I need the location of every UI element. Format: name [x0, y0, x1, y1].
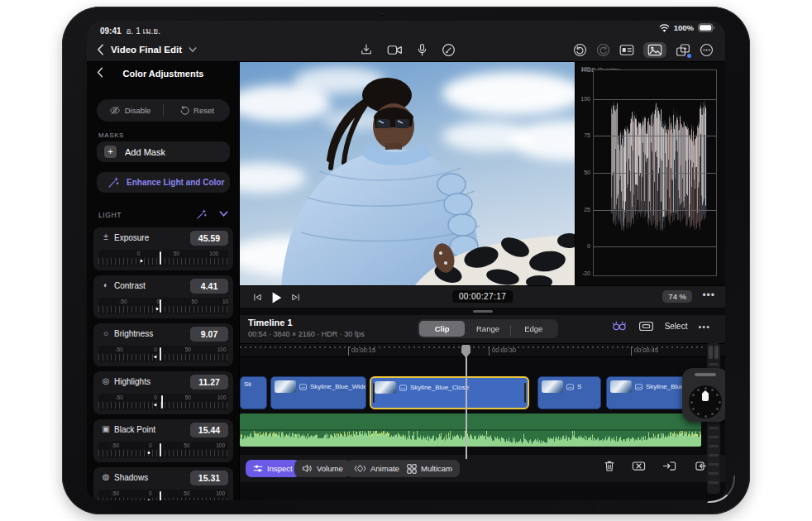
title-chevron-down-icon[interactable]	[189, 46, 197, 53]
clip-skyline-blue-wide[interactable]: Skyline_Blue_Wide	[270, 376, 366, 409]
slider-value[interactable]: 9.07	[190, 327, 228, 342]
effects-badge	[687, 54, 691, 58]
jog-wheel-panel[interactable]	[682, 368, 725, 422]
clip-overlay-icon[interactable]	[638, 320, 654, 332]
slider-value[interactable]: 15.44	[190, 423, 228, 437]
shadows-slider: ◍ Shadows 15.31 -50 0 50 100	[93, 467, 233, 500]
inspect-button[interactable]: Inspect	[246, 460, 300, 477]
timeline-drag-handle[interactable]	[473, 310, 493, 313]
slider-ruler[interactable]: -50 0 50 100	[98, 442, 228, 458]
slider-value[interactable]: 15.31	[190, 471, 228, 485]
playhead-line[interactable]	[466, 346, 467, 459]
viewer-more-icon[interactable]: •••	[702, 289, 715, 301]
audio-waveform-track[interactable]	[240, 413, 701, 447]
multicam-label: Multicam	[421, 464, 452, 473]
tick-label: 100	[216, 490, 225, 496]
jog-dial[interactable]	[689, 385, 722, 418]
status-bar: 09:41 อ. 1 เม.ย. 100%	[87, 21, 725, 37]
jog-grip-handle[interactable]	[695, 373, 716, 376]
slider-ruler[interactable]: -50 0 50 100	[98, 490, 228, 500]
multicam-button[interactable]: Multicam	[399, 460, 460, 477]
ruler-label: 00:00:15	[351, 347, 375, 354]
tick-label: 0	[137, 251, 141, 256]
clip-name: S	[577, 383, 581, 390]
timecode-display: 00:00:27:17	[452, 290, 513, 303]
trim-tools-icon[interactable]	[611, 320, 628, 332]
scope-waveform-canvas	[593, 69, 717, 276]
scope-y-label: 0	[576, 243, 590, 249]
exposure-slider: ± Exposure 45.59 0 50 100	[93, 227, 233, 270]
video-camera-icon[interactable]	[387, 44, 403, 56]
masks-header: MASKS	[98, 131, 124, 139]
timeline-header: Timeline 1 00:54 · 3840 × 2160 · HDR · 3…	[240, 315, 725, 343]
mode-edge[interactable]: Edge	[511, 321, 556, 337]
scope-y-label: 100	[576, 96, 590, 102]
panel-header: Color Adjustments	[87, 67, 240, 80]
mode-clip[interactable]: Clip	[419, 321, 465, 337]
animate-button[interactable]: Animate	[346, 460, 407, 477]
black-point-icon: ▣	[101, 424, 111, 433]
redo-icon[interactable]	[596, 43, 610, 57]
clip-thumbnail	[275, 380, 296, 393]
blade-clip-icon[interactable]	[632, 460, 646, 472]
timeline-ruler[interactable]: 00:00:15 00:00:30 00:00:45	[240, 343, 725, 357]
slider-value[interactable]: 11.27	[190, 375, 228, 390]
brightness-icon: ☼	[101, 328, 111, 337]
skip-forward-icon[interactable]	[290, 292, 302, 303]
overwrite-clip-icon[interactable]	[693, 460, 707, 472]
slider-ruler[interactable]: 0 50 100	[98, 250, 228, 266]
light-collapse-chevron-icon[interactable]	[219, 210, 228, 217]
light-wand-icon[interactable]	[196, 209, 207, 220]
slider-ruler[interactable]: -50 0 50 100	[98, 298, 228, 314]
disable-button[interactable]: Disable	[97, 99, 163, 122]
slider-handle[interactable]	[160, 491, 161, 500]
import-icon[interactable]	[360, 43, 373, 56]
enhance-button[interactable]: Enhance Light and Color	[97, 172, 230, 193]
default-dot	[148, 452, 150, 454]
viewer-zoom-level[interactable]: 74 %	[662, 290, 692, 303]
viewer-display-options-icon[interactable]	[619, 44, 634, 56]
tick-label: 50	[184, 442, 189, 448]
clip-thumbnail	[375, 381, 396, 394]
slider-ruler[interactable]: -50 0 50 100	[98, 394, 228, 410]
mode-range[interactable]: Range	[465, 321, 510, 337]
clip-skyline-partial[interactable]: Sk	[240, 376, 267, 409]
slider-value[interactable]: 45.59	[190, 231, 228, 246]
default-dot	[155, 356, 157, 358]
project-title[interactable]: Video Final Edit	[111, 45, 182, 55]
trim-handle-left[interactable]	[373, 383, 375, 403]
select-label[interactable]: Select	[665, 322, 688, 331]
stage: 09:41 อ. 1 เม.ย. 100%	[0, 0, 812, 521]
more-options-icon[interactable]	[700, 43, 714, 57]
play-button[interactable]	[270, 291, 283, 304]
effects-library-icon[interactable]	[676, 43, 690, 57]
microphone-icon[interactable]	[417, 43, 427, 57]
contrast-slider: ◐ Contrast 4.41 -50 0 50 100	[93, 275, 233, 318]
back-chevron-icon[interactable]	[97, 44, 104, 55]
video-preview[interactable]	[240, 62, 575, 285]
timeline-more-icon[interactable]: •••	[698, 322, 710, 332]
slider-value[interactable]: 4.41	[190, 279, 228, 294]
default-dot	[148, 499, 150, 500]
slider-handle[interactable]	[160, 251, 161, 265]
ruler-label: 00:00:45	[634, 347, 658, 354]
undo-icon[interactable]	[573, 43, 587, 57]
trim-handle-right[interactable]	[524, 383, 526, 403]
add-mask-button[interactable]: + Add Mask	[97, 141, 230, 162]
clip-skyline-blue-close[interactable]: Skyline_Blue_Close	[370, 376, 529, 409]
slider-handle[interactable]	[161, 395, 163, 409]
skip-back-icon[interactable]	[251, 292, 263, 303]
slider-handle[interactable]	[160, 299, 161, 313]
pencil-annotate-icon[interactable]	[442, 43, 456, 57]
media-browser-icon[interactable]	[643, 42, 666, 58]
slider-handle[interactable]	[160, 347, 161, 361]
reset-button[interactable]: Reset	[164, 99, 230, 122]
tick-marks	[98, 402, 228, 409]
clip-skyline-short[interactable]: S	[537, 376, 601, 409]
slider-ruler[interactable]: -50 0 50 100	[98, 346, 228, 362]
volume-button[interactable]: Volume	[294, 460, 351, 477]
status-date: อ. 1 เม.ย.	[127, 25, 160, 37]
insert-clip-icon[interactable]	[662, 460, 676, 472]
trash-icon[interactable]	[604, 460, 615, 472]
slider-handle[interactable]	[160, 443, 161, 456]
